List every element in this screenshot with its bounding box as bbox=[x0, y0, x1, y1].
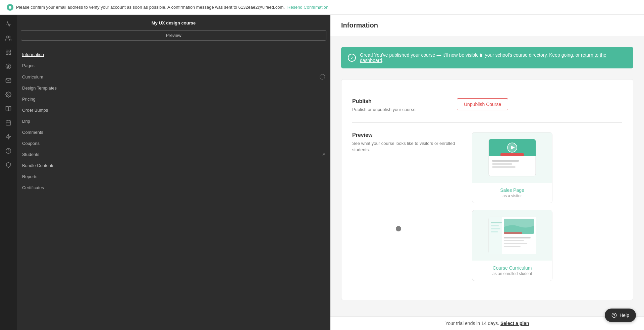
sidebar-item-pricing[interactable]: Pricing bbox=[17, 94, 330, 105]
sidebar-item-coupons[interactable]: Coupons bbox=[17, 138, 330, 149]
sidebar-item-reports[interactable]: Reports bbox=[17, 171, 330, 182]
svg-rect-22 bbox=[492, 166, 516, 168]
preview-description: See what your course looks like to visit… bbox=[352, 140, 461, 153]
sidebar-course-title: My UX design course bbox=[21, 20, 326, 26]
sidebar-item-information[interactable]: Information bbox=[17, 49, 330, 60]
course-curriculum-card-subtitle: as an enrolled student bbox=[477, 271, 547, 276]
library-icon[interactable] bbox=[2, 102, 15, 115]
svg-rect-3 bbox=[9, 53, 11, 55]
preview-label: Preview See what your course looks like … bbox=[352, 132, 461, 153]
preview-title: Preview bbox=[352, 132, 461, 138]
people-icon[interactable] bbox=[2, 32, 15, 45]
sidebar-item-pages[interactable]: Pages bbox=[17, 60, 330, 71]
svg-rect-2 bbox=[9, 50, 11, 52]
publish-description: Publish or unpublish your course. bbox=[352, 106, 446, 113]
sidebar-item-drip-label: Drip bbox=[22, 119, 30, 124]
help-button-icon bbox=[611, 313, 617, 318]
help-button[interactable]: Help bbox=[605, 309, 636, 322]
notification-message: Please confirm your email address to ver… bbox=[16, 5, 285, 10]
publish-title: Publish bbox=[352, 98, 446, 104]
main-header: Information bbox=[330, 15, 644, 36]
sidebar-item-comments-label: Comments bbox=[22, 130, 43, 135]
sidebar-nav-panel: My UX design course Preview Information … bbox=[17, 15, 330, 330]
preview-section: Preview See what your course looks like … bbox=[352, 123, 622, 290]
publish-actions: Unpublish Course bbox=[457, 98, 508, 110]
sidebar-item-bundle-contents-label: Bundle Contents bbox=[22, 163, 54, 168]
sidebar-item-bundle-contents[interactable]: Bundle Contents bbox=[17, 160, 330, 171]
sidebar-item-design-templates-label: Design Templates bbox=[22, 86, 57, 91]
dollar-icon[interactable] bbox=[2, 60, 15, 73]
calendar-icon[interactable] bbox=[2, 116, 15, 129]
sidebar-item-curriculum-label: Curriculum bbox=[22, 74, 43, 79]
svg-rect-36 bbox=[504, 243, 527, 244]
svg-rect-28 bbox=[491, 222, 502, 223]
svg-rect-30 bbox=[491, 228, 500, 229]
sidebar-item-comments[interactable]: Comments bbox=[17, 127, 330, 138]
sidebar-item-design-templates[interactable]: Design Templates bbox=[17, 82, 330, 94]
sidebar-item-certificates-label: Certificates bbox=[22, 185, 44, 190]
sidebar-item-order-bumps[interactable]: Order Bumps bbox=[17, 105, 330, 116]
svg-marker-11 bbox=[6, 134, 11, 140]
svg-rect-29 bbox=[491, 225, 499, 226]
course-curriculum-card[interactable]: Course Curriculum as an enrolled student bbox=[472, 210, 552, 281]
success-banner-text: Great! You've published your course — it… bbox=[360, 52, 627, 63]
svg-point-6 bbox=[8, 94, 9, 96]
trial-message: Your trial ends in 14 days. bbox=[445, 321, 499, 326]
svg-rect-7 bbox=[6, 121, 11, 125]
svg-rect-4 bbox=[6, 53, 8, 55]
unpublish-course-button[interactable]: Unpublish Course bbox=[457, 98, 508, 110]
sidebar-icons-column bbox=[0, 15, 17, 330]
select-plan-link[interactable]: Select a plan bbox=[500, 321, 529, 326]
sales-page-card-subtitle: as a visitor bbox=[477, 194, 547, 198]
sales-page-card-title: Sales Page bbox=[477, 187, 547, 193]
sidebar-course-section: My UX design course Preview bbox=[17, 15, 330, 46]
sidebar-item-curriculum[interactable]: Curriculum bbox=[17, 71, 330, 82]
app-layout: My UX design course Preview Information … bbox=[0, 15, 644, 330]
shield-icon[interactable] bbox=[2, 158, 15, 172]
sales-page-card-image bbox=[472, 132, 552, 183]
sales-page-card-label: Sales Page as a visitor bbox=[472, 183, 552, 203]
notification-icon bbox=[7, 4, 13, 11]
sidebar-item-information-label: Information bbox=[22, 52, 44, 57]
help-button-label: Help bbox=[620, 313, 629, 318]
mail-icon[interactable] bbox=[2, 74, 15, 87]
svg-rect-27 bbox=[534, 217, 536, 254]
chart-icon[interactable] bbox=[2, 17, 15, 31]
svg-rect-34 bbox=[504, 237, 531, 238]
sidebar-item-students[interactable]: Students ↗ bbox=[17, 149, 330, 160]
svg-point-0 bbox=[7, 36, 9, 38]
svg-rect-31 bbox=[491, 231, 498, 232]
svg-rect-35 bbox=[504, 240, 524, 241]
main-body: ✓ Great! You've published your course — … bbox=[330, 36, 644, 316]
course-curriculum-card-image bbox=[472, 210, 552, 261]
external-link-icon: ↗ bbox=[322, 152, 325, 157]
sales-page-card[interactable]: Sales Page as a visitor bbox=[472, 132, 552, 203]
preview-cards-container: Sales Page as a visitor bbox=[472, 132, 622, 281]
svg-rect-17 bbox=[500, 153, 524, 156]
course-curriculum-card-label: Course Curriculum as an enrolled student bbox=[472, 261, 552, 281]
page-title: Information bbox=[341, 21, 378, 29]
svg-rect-21 bbox=[492, 163, 512, 165]
dashboard-icon[interactable] bbox=[2, 46, 15, 59]
resend-confirmation-link[interactable]: Resend Confirmation bbox=[287, 5, 328, 10]
sidebar-item-coupons-label: Coupons bbox=[22, 141, 40, 146]
sidebar-item-students-label: Students bbox=[22, 152, 39, 157]
publish-label: Publish Publish or unpublish your course… bbox=[352, 98, 446, 113]
svg-rect-37 bbox=[504, 246, 521, 247]
trial-bar: Your trial ends in 14 days. Select a pla… bbox=[330, 316, 644, 330]
sidebar-item-certificates[interactable]: Certificates bbox=[17, 182, 330, 193]
sidebar-item-reports-label: Reports bbox=[22, 174, 38, 179]
course-curriculum-card-title: Course Curriculum bbox=[477, 265, 547, 271]
sidebar-item-pricing-label: Pricing bbox=[22, 97, 36, 102]
lightning-icon[interactable] bbox=[2, 130, 15, 144]
notification-bar: Please confirm your email address to ver… bbox=[0, 0, 644, 15]
gear-icon[interactable] bbox=[2, 88, 15, 101]
svg-rect-1 bbox=[6, 50, 8, 52]
sidebar-item-drip[interactable]: Drip bbox=[17, 116, 330, 127]
success-banner: ✓ Great! You've published your course — … bbox=[341, 47, 633, 68]
curriculum-badge bbox=[320, 74, 325, 79]
help-circle-icon[interactable] bbox=[2, 144, 15, 158]
content-card: Publish Publish or unpublish your course… bbox=[341, 79, 633, 300]
sidebar-preview-button[interactable]: Preview bbox=[21, 30, 326, 41]
sidebar-nav: Information Pages Curriculum Design Temp… bbox=[17, 46, 330, 330]
